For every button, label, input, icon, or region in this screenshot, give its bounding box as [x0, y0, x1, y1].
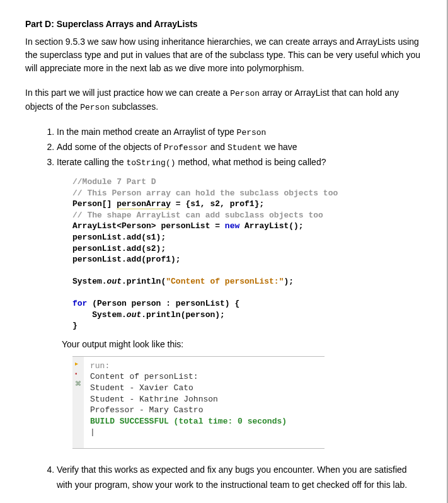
text: Add some of the objects of — [57, 142, 164, 152]
code-person-2: Person — [80, 103, 110, 112]
code-person: Person — [230, 89, 260, 98]
code-identifier: personArray — [117, 199, 171, 209]
step-4: Verify that this works as expected and f… — [57, 463, 422, 493]
output-gutter: ▸ ▪ ⌘ — [72, 356, 84, 449]
code-tostring: toString() — [127, 158, 176, 168]
step-3: Iterate calling the toString() method, w… — [57, 155, 422, 170]
instruction-list: In the main method create an Arraylist o… — [25, 125, 422, 170]
output-line: Student - Kathrine Johnson — [90, 395, 218, 404]
code-string: "Content of personList:" — [166, 277, 284, 286]
code-keyword-for: for — [72, 299, 87, 308]
code-text: personList.add(s2); — [72, 244, 166, 253]
step-1: In the main method create an Arraylist o… — [57, 125, 422, 140]
arrow-icon: ▸ — [75, 361, 81, 367]
code-out: out — [107, 277, 122, 286]
output-intro: Your output might look like this: — [62, 338, 422, 351]
code-text: ); — [284, 277, 294, 286]
section-title: Part D: Superclass Arrays and ArrayLists — [25, 19, 422, 29]
output-panel: ▸ ▪ ⌘ run: Content of personList: Studen… — [72, 356, 325, 449]
code-text: System. — [72, 277, 107, 286]
text: we have — [262, 142, 297, 152]
java-code-block: //Module 7 Part D // This Person array c… — [72, 176, 422, 332]
code-text: Person[] — [72, 199, 117, 209]
document-page: Part D: Superclass Arrays and ArrayLists… — [0, 0, 448, 503]
code-comment: // The shape ArrayList can add subclass … — [72, 211, 323, 220]
build-successful: BUILD SUCCESSFUL (total time: 0 seconds) — [90, 417, 287, 426]
step-2: Add some of the objects of Professor and… — [57, 140, 422, 155]
text: In the main method create an Arraylist o… — [57, 127, 237, 137]
code-person: Person — [237, 128, 267, 137]
text: method, what method is being called? — [176, 157, 326, 167]
code-keyword-new: new — [225, 221, 239, 231]
cursor: | — [90, 427, 95, 437]
text: Iterate calling the — [57, 157, 127, 167]
code-text: System. — [72, 310, 127, 320]
code-text: .println(person); — [141, 310, 225, 320]
output-line: Content of personList: — [90, 372, 198, 381]
intro-paragraph-2: In this part we will just practice how w… — [25, 86, 422, 113]
instruction-list-continued: Verify that this works as expected and f… — [25, 463, 422, 493]
code-text: ArrayList<Person> personList = — [72, 221, 225, 231]
link-icon: ⌘ — [75, 381, 81, 387]
code-text: personList.add(prof1); — [72, 255, 181, 264]
code-comment: //Module 7 Part D — [72, 177, 156, 187]
text: subclasses. — [110, 101, 158, 112]
code-text: personList.add(s1); — [72, 233, 166, 242]
stop-icon: ▪ — [75, 371, 81, 377]
code-out: out — [127, 310, 141, 320]
text: Verify that this works as expected and f… — [57, 465, 407, 490]
output-line: Student - Xavier Cato — [90, 383, 193, 393]
code-comment: // This Person array can hold the subcla… — [72, 188, 338, 198]
code-text: = {s1, s2, prof1}; — [171, 199, 264, 209]
run-label: run: — [90, 361, 110, 371]
output-line: Professor - Mary Castro — [90, 405, 203, 415]
code-student: Student — [227, 143, 262, 153]
code-text: .println( — [122, 277, 166, 286]
code-text: } — [72, 321, 78, 330]
code-professor: Professor — [164, 143, 208, 153]
text: and — [208, 142, 227, 152]
text: In this part we will just practice how w… — [25, 88, 230, 98]
code-text: ArrayList(); — [239, 221, 303, 231]
console-output: run: Content of personList: Student - Xa… — [84, 356, 325, 449]
code-text: (Person person : personList) { — [87, 299, 239, 308]
intro-paragraph-1: In section 9.5.3 we saw how using inheri… — [25, 35, 422, 75]
